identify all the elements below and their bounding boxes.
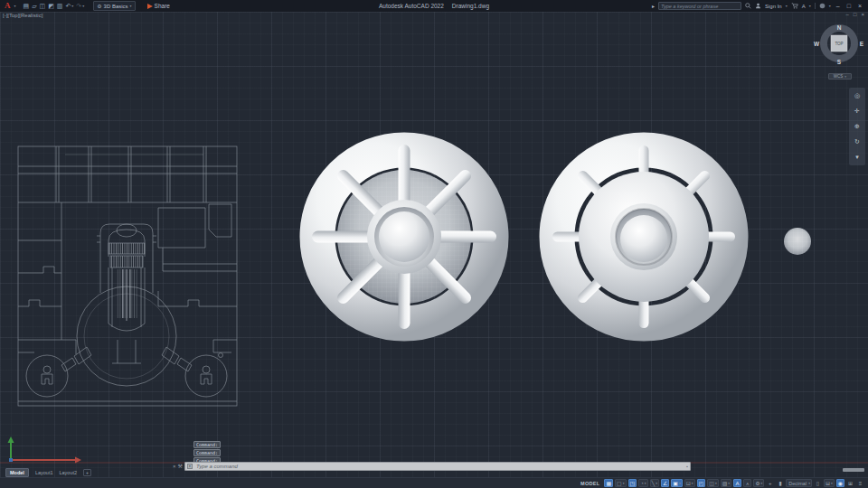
document-window-controls: – □ × [846,12,864,17]
ucs-icon [8,436,82,464]
model-space-scene [0,20,868,468]
help-icon[interactable] [819,3,826,9]
tab-layout2[interactable]: Layout2 [59,470,77,475]
app-logo-icon[interactable]: A [5,2,11,10]
customization[interactable]: ≡ [856,479,864,487]
plot[interactable]: ▥ [57,3,63,9]
navigation-bar: ◎✛⊕↻▾ [849,88,865,165]
workspace-label: 3D Basics [104,4,128,9]
open[interactable]: ▱ [32,3,36,9]
sign-in-button[interactable]: Sign In [765,4,782,9]
share-icon [147,4,153,9]
ortho-mode[interactable]: ◳ [628,479,637,487]
new-layout-button[interactable]: + [83,469,91,476]
doc-close-button[interactable]: × [861,12,864,17]
viewport-controls: [-] [Top] [Realistic] [3,13,42,18]
clean-screen[interactable]: ⊞ [846,479,854,487]
cart-icon[interactable] [791,3,798,9]
new-drawing[interactable]: ▤ [24,3,30,9]
navigation-wheel-icon[interactable]: ◎ [851,90,863,100]
isolate-objects[interactable]: ⊟▾ [824,479,835,487]
minimize-button[interactable]: – [835,3,842,9]
app-menu-chevron-icon[interactable]: ▾ [14,4,16,8]
command-bar-grip-icon[interactable]: ▪ [686,464,688,469]
autodesk-app-button[interactable]: A [802,4,806,9]
wcs-dropdown[interactable]: WCS ▾ [828,73,852,80]
pan-icon[interactable]: ✛ [851,106,863,116]
zoom-icon[interactable]: ⊕ [851,121,863,131]
help-chevron-icon[interactable]: ▾ [829,4,831,8]
torus-wheel-open-hub [312,145,496,329]
redo[interactable]: ↷▾ [76,3,84,9]
maximize-button[interactable]: □ [845,3,853,9]
svg-text:N: N [837,24,842,31]
workspace-switching[interactable]: + [766,479,774,487]
doc-minimize-button[interactable]: – [846,12,849,17]
sign-in-chevron-icon[interactable]: ▾ [786,4,788,8]
chevron-down-icon: ▾ [844,75,846,79]
model-space-label[interactable]: MODEL [580,481,599,486]
command-input-bar[interactable]: ▾ ▪ [184,462,691,471]
orbit-icon[interactable]: ↻ [851,137,863,147]
object-snap[interactable]: ▣▾ [671,479,682,487]
workspace-dropdown[interactable]: ⚙ 3D Basics ▾ [93,1,135,11]
save[interactable]: ◫ [40,3,46,9]
autoscale-annotation[interactable]: ᴀ [743,479,751,487]
svg-text:S: S [837,59,842,65]
isometric-drafting[interactable]: ╲▾ [650,479,659,487]
lineweight[interactable]: ⊡▾ [684,479,695,487]
viewport-view-control[interactable]: [Top] [7,13,19,18]
reactor-section-2d-drawing [18,146,237,406]
undo[interactable]: ↶▾ [65,3,73,9]
autocad-window: A ▾ ▤▱◫◩▥↶▾↷▾ ⚙ 3D Basics ▾ Share ▸ Sign [0,0,868,488]
chevron-down-icon: ▾ [130,4,132,8]
drawing-canvas[interactable] [0,12,868,477]
doc-restore-button[interactable]: □ [854,12,857,17]
search-icon[interactable] [745,3,751,9]
graphics-performance[interactable]: ◉ [836,479,844,487]
title-bar: A ▾ ▤▱◫◩▥↶▾↷▾ ⚙ 3D Basics ▾ Share ▸ Sign [0,0,868,12]
close-button[interactable]: × [856,3,863,9]
titlebar-divider [815,3,816,9]
recent-commands-icon[interactable]: ▾ [187,464,193,469]
command-input[interactable] [194,463,684,470]
share-button[interactable]: Share [147,3,170,9]
annotation-monitor[interactable]: ▮ [776,479,784,487]
dynamic-ucs[interactable]: ◫▾ [707,479,718,487]
save-as[interactable]: ◩ [48,3,54,9]
3d-object-snap[interactable]: ◰ [697,479,706,487]
status-bar: MODEL ▦▢▾◳◔▾╲▾∠▣▾⊡▾◰◫▾▨▾Aᴀ⚙▾+▮Decimal▾▯⊟… [0,477,868,488]
navbar-more-icon[interactable]: ▾ [851,153,863,163]
command-history-line: Command: [193,441,221,448]
svg-text:E: E [860,41,864,47]
autodesk-app-chevron-icon[interactable]: ▾ [809,4,811,8]
viewport-visual-style-control[interactable]: [Realistic] [19,13,42,18]
search-expander-icon[interactable]: ▸ [652,3,655,9]
object-snap-tracking[interactable]: ∠ [661,479,669,487]
command-history-line: Command: [193,449,221,456]
svg-text:W: W [814,41,820,47]
torus-wheel-sphere-hub [552,145,735,328]
command-line: × ⚒ ▾ ▪ [173,461,691,471]
units[interactable]: Decimal▾ [786,479,812,487]
statusbar-tray-strip [843,468,864,472]
user-icon[interactable] [755,3,761,9]
quick-properties[interactable]: ▯ [814,479,822,487]
command-customize-icon[interactable]: ⚒ [178,463,183,469]
gear-icon: ⚙ [97,3,101,9]
search-input[interactable] [658,2,741,10]
command-close-icon[interactable]: × [173,464,176,469]
annotation-visibility[interactable]: A [733,479,741,487]
view-cube-compass[interactable]: N S W E TOP [812,21,866,71]
layout-tab-bar: Model Layout1 Layout2 + [5,468,91,476]
svg-text:TOP: TOP [835,42,843,46]
annotation-scale[interactable]: ⚙▾ [753,479,764,487]
polar-tracking[interactable]: ◔▾ [638,479,647,487]
tab-model[interactable]: Model [5,468,29,477]
tab-layout1[interactable]: Layout1 [35,470,53,475]
view-cube[interactable]: N S W E TOP WCS ▾ [812,21,866,84]
quick-access-toolbar: ▤▱◫◩▥↶▾↷▾ [24,3,85,9]
snap-mode[interactable]: ▢▾ [615,479,626,487]
selection-cycling[interactable]: ▨▾ [721,479,731,487]
grid-display[interactable]: ▦ [604,479,613,487]
